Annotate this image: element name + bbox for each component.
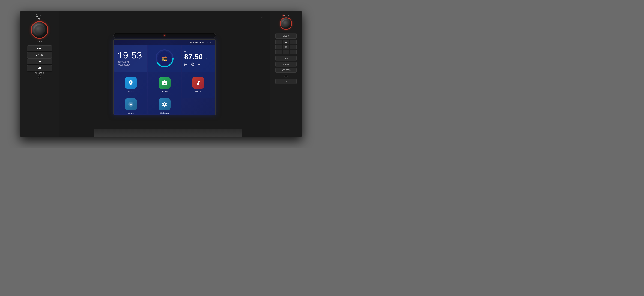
pwr-icon <box>36 14 38 17</box>
left-buttons: NAVI BAND ⏮ ⏭ <box>27 45 52 71</box>
home-button[interactable]: ⌂ <box>116 41 118 44</box>
arrow-up-button[interactable]: ▲ <box>283 40 289 44</box>
seek-arrows: ▲ ✆ ▼ <box>276 40 296 54</box>
fm-band-label: FM1 <box>184 50 212 53</box>
band-button[interactable]: BAND <box>27 52 52 58</box>
display-screen: ⌂ ◉ ▾ 19:53 ◄)) ✕ ▭ ↩ 19 53 04/28/2021 W… <box>113 39 216 115</box>
play-knob[interactable] <box>280 17 292 30</box>
vol-knob-inner <box>34 25 45 35</box>
mute-label: ◄))✕ <box>38 18 42 20</box>
left-panel: PWR ◄))✕ VOL NAVI BAND ⏮ ⏭ SD CARD AUX <box>20 11 59 137</box>
play-label: PLAY <box>283 14 290 16</box>
usb-label: USB <box>276 79 296 84</box>
set-button[interactable]: SET <box>276 56 296 61</box>
arrow-empty-4 <box>290 45 296 49</box>
play-knob-inner <box>282 20 290 27</box>
dimm-button[interactable]: DIMM <box>276 62 296 67</box>
vol-knob[interactable] <box>31 21 48 39</box>
navigation-app[interactable]: Navigation <box>114 72 148 98</box>
music-app-icon <box>192 77 204 89</box>
navigation-label: Navigation <box>125 90 136 93</box>
phone-button[interactable]: ✆ <box>283 45 289 49</box>
settings-app[interactable]: Settings <box>148 98 181 114</box>
status-bar: ⌂ ◉ ▾ 19:53 ◄)) ✕ ▭ ↩ <box>114 40 215 45</box>
gps-card-button[interactable]: GPS CARD <box>276 68 296 73</box>
prev-button[interactable]: ⏮ <box>27 58 52 64</box>
wifi-icon: ▾ <box>193 41 194 43</box>
mi-indicator: MI <box>261 16 263 18</box>
right-jack <box>284 74 288 78</box>
fm-prev-button[interactable]: ⏮ <box>184 62 188 66</box>
video-app[interactable]: Video <box>114 98 148 114</box>
play-dot <box>283 15 284 16</box>
clock-time: 19 53 <box>118 51 144 60</box>
fm-controls: ⏮ ⏻ ⏭ <box>184 62 212 66</box>
stereo-unit: PWR ◄))✕ VOL NAVI BAND ⏮ ⏭ SD CARD AUX <box>20 10 302 138</box>
right-buttons: SEEK ▲ ✆ ▼ SET DIMM GPS CARD <box>276 33 296 73</box>
radio-icon: 📻 <box>161 55 168 61</box>
pwr-text: PWR <box>39 15 44 17</box>
arrow-empty-6 <box>290 50 296 54</box>
vol-knob-container: PWR ◄))✕ VOL <box>31 14 48 42</box>
sdcard-label: SD CARD <box>35 72 44 74</box>
aux-jack <box>38 75 41 78</box>
fm-frequency: 87.50 <box>184 53 203 61</box>
settings-app-icon <box>158 98 170 110</box>
aux-label: AUX <box>38 79 42 81</box>
bottom-trim <box>94 129 242 137</box>
music-app[interactable]: Music <box>182 72 215 98</box>
screen-content: 19 53 04/28/2021 Wednesday � <box>114 45 215 115</box>
radio-circle-inner: 📻 <box>158 51 172 65</box>
arrow-empty-5 <box>276 50 282 54</box>
fm-unit: MHz <box>204 57 209 60</box>
radio-app-icon <box>158 77 170 89</box>
close-icon[interactable]: ✕ <box>206 41 208 43</box>
fm-widget: FM1 87.50 MHz ⏮ ⏻ ⏭ <box>182 45 215 72</box>
clock-widget: 19 53 04/28/2021 Wednesday <box>114 45 148 72</box>
music-label: Music <box>195 90 201 93</box>
seek-label: SEEK <box>276 33 296 39</box>
back-icon[interactable]: ↩ <box>212 41 213 43</box>
status-icons: ◉ ▾ 19:53 ◄)) ✕ ▭ ↩ <box>190 41 213 44</box>
arrow-empty-1 <box>276 40 282 44</box>
cd-slot <box>113 33 216 38</box>
arrow-down-button[interactable]: ▼ <box>283 50 289 54</box>
navigation-icon <box>125 77 137 89</box>
arrow-empty-3 <box>276 45 282 49</box>
next-button[interactable]: ⏭ <box>27 65 52 71</box>
clock-day: Wednesday <box>118 63 144 66</box>
status-time: 19:53 <box>195 41 201 44</box>
vol-text: VOL <box>37 40 42 42</box>
arrow-empty-2 <box>290 40 296 44</box>
screen-bottom-bar <box>161 113 168 114</box>
location-icon: ◉ <box>190 41 192 43</box>
svg-point-4 <box>130 104 132 105</box>
pwr-label: PWR <box>36 14 44 17</box>
clock-date: 04/28/2021 <box>118 61 144 63</box>
video-app-icon <box>125 98 137 110</box>
center-section: ⌂ ◉ ▾ 19:53 ◄)) ✕ ▭ ↩ 19 53 04/28/2021 W… <box>59 11 270 137</box>
radio-label: Radio <box>162 90 168 93</box>
play-knob-container: PLAY <box>280 14 292 30</box>
radio-circle-outer: 📻 <box>155 49 174 68</box>
video-label: Video <box>128 112 134 114</box>
right-panel: PLAY SEEK ▲ ✆ ▼ SET DIMM GPS CARD <box>270 11 302 137</box>
play-text: PLAY <box>284 14 290 16</box>
fm-next-button[interactable]: ⏭ <box>198 62 201 66</box>
radio-app[interactable]: Radio <box>148 72 181 98</box>
radio-circle-widget[interactable]: 📻 <box>148 45 181 72</box>
navi-button[interactable]: NAVI <box>27 45 52 51</box>
cd-indicator <box>164 35 165 36</box>
fm-power-button[interactable]: ⏻ <box>191 62 194 66</box>
volume-icon: ◄)) <box>202 41 205 43</box>
window-icon[interactable]: ▭ <box>209 41 210 43</box>
